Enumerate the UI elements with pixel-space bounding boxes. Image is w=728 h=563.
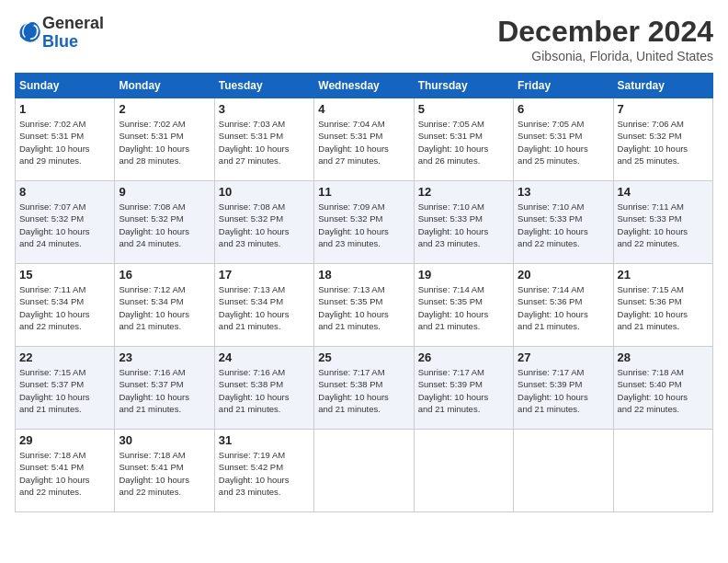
day-info: Sunrise: 7:11 AM Sunset: 5:34 PM Dayligh… — [19, 283, 110, 332]
day-cell: 24Sunrise: 7:16 AM Sunset: 5:38 PM Dayli… — [214, 347, 313, 430]
day-info: Sunrise: 7:04 AM Sunset: 5:31 PM Dayligh… — [318, 118, 409, 167]
day-info: Sunrise: 7:16 AM Sunset: 5:37 PM Dayligh… — [119, 366, 210, 415]
day-cell: 30Sunrise: 7:18 AM Sunset: 5:41 PM Dayli… — [115, 430, 214, 512]
day-cell: 6Sunrise: 7:05 AM Sunset: 5:31 PM Daylig… — [514, 98, 613, 181]
day-number: 20 — [518, 268, 609, 282]
title-block: December 2024 Gibsonia, Florida, United … — [497, 15, 713, 63]
day-info: Sunrise: 7:05 AM Sunset: 5:31 PM Dayligh… — [518, 118, 609, 167]
day-number: 7 — [618, 102, 709, 116]
day-info: Sunrise: 7:03 AM Sunset: 5:31 PM Dayligh… — [219, 118, 310, 167]
day-cell — [314, 430, 414, 512]
day-cell: 20Sunrise: 7:14 AM Sunset: 5:36 PM Dayli… — [514, 264, 613, 347]
day-info: Sunrise: 7:06 AM Sunset: 5:32 PM Dayligh… — [618, 118, 709, 167]
week-row-4: 22Sunrise: 7:15 AM Sunset: 5:37 PM Dayli… — [16, 347, 713, 430]
weekday-header-row: SundayMondayTuesdayWednesdayThursdayFrid… — [16, 74, 713, 98]
day-number: 8 — [19, 185, 110, 199]
weekday-monday: Monday — [115, 74, 214, 98]
day-info: Sunrise: 7:08 AM Sunset: 5:32 PM Dayligh… — [119, 201, 210, 249]
weekday-tuesday: Tuesday — [214, 74, 313, 98]
calendar-body: 1Sunrise: 7:02 AM Sunset: 5:31 PM Daylig… — [16, 98, 713, 512]
day-cell: 3Sunrise: 7:03 AM Sunset: 5:31 PM Daylig… — [214, 98, 313, 181]
day-info: Sunrise: 7:05 AM Sunset: 5:31 PM Dayligh… — [418, 118, 509, 167]
day-number: 24 — [219, 350, 310, 364]
day-cell: 5Sunrise: 7:05 AM Sunset: 5:31 PM Daylig… — [414, 98, 513, 181]
day-info: Sunrise: 7:02 AM Sunset: 5:31 PM Dayligh… — [19, 118, 110, 167]
day-cell: 13Sunrise: 7:10 AM Sunset: 5:33 PM Dayli… — [514, 181, 613, 264]
day-number: 27 — [518, 350, 609, 364]
weekday-thursday: Thursday — [414, 74, 513, 98]
logo-icon — [17, 18, 42, 44]
day-cell: 31Sunrise: 7:19 AM Sunset: 5:42 PM Dayli… — [214, 430, 313, 512]
day-cell: 14Sunrise: 7:11 AM Sunset: 5:33 PM Dayli… — [613, 181, 712, 264]
day-cell — [414, 430, 513, 512]
day-cell: 11Sunrise: 7:09 AM Sunset: 5:32 PM Dayli… — [314, 181, 414, 264]
day-number: 18 — [318, 268, 409, 282]
location: Gibsonia, Florida, United States — [497, 49, 713, 63]
week-row-3: 15Sunrise: 7:11 AM Sunset: 5:34 PM Dayli… — [16, 264, 713, 347]
day-info: Sunrise: 7:07 AM Sunset: 5:32 PM Dayligh… — [19, 201, 110, 249]
day-info: Sunrise: 7:17 AM Sunset: 5:39 PM Dayligh… — [418, 366, 509, 415]
day-cell: 18Sunrise: 7:13 AM Sunset: 5:35 PM Dayli… — [314, 264, 414, 347]
day-cell: 25Sunrise: 7:17 AM Sunset: 5:38 PM Dayli… — [314, 347, 414, 430]
day-number: 6 — [518, 102, 609, 116]
day-info: Sunrise: 7:16 AM Sunset: 5:38 PM Dayligh… — [219, 366, 310, 415]
day-number: 22 — [19, 350, 110, 364]
day-info: Sunrise: 7:18 AM Sunset: 5:40 PM Dayligh… — [618, 366, 709, 415]
day-info: Sunrise: 7:10 AM Sunset: 5:33 PM Dayligh… — [418, 201, 509, 249]
day-cell: 17Sunrise: 7:13 AM Sunset: 5:34 PM Dayli… — [214, 264, 313, 347]
day-cell: 2Sunrise: 7:02 AM Sunset: 5:31 PM Daylig… — [115, 98, 214, 181]
day-cell: 26Sunrise: 7:17 AM Sunset: 5:39 PM Dayli… — [414, 347, 513, 430]
day-number: 19 — [418, 268, 509, 282]
day-info: Sunrise: 7:19 AM Sunset: 5:42 PM Dayligh… — [219, 449, 310, 498]
day-info: Sunrise: 7:13 AM Sunset: 5:35 PM Dayligh… — [318, 283, 409, 332]
day-number: 28 — [618, 350, 709, 364]
weekday-friday: Friday — [514, 74, 613, 98]
calendar-table: SundayMondayTuesdayWednesdayThursdayFrid… — [15, 73, 713, 512]
day-number: 1 — [19, 102, 110, 116]
day-cell: 9Sunrise: 7:08 AM Sunset: 5:32 PM Daylig… — [115, 181, 214, 264]
day-cell: 1Sunrise: 7:02 AM Sunset: 5:31 PM Daylig… — [16, 98, 115, 181]
day-info: Sunrise: 7:11 AM Sunset: 5:33 PM Dayligh… — [618, 201, 709, 249]
day-cell: 29Sunrise: 7:18 AM Sunset: 5:41 PM Dayli… — [16, 430, 115, 512]
day-number: 13 — [518, 185, 609, 199]
week-row-2: 8Sunrise: 7:07 AM Sunset: 5:32 PM Daylig… — [16, 181, 713, 264]
day-info: Sunrise: 7:17 AM Sunset: 5:38 PM Dayligh… — [318, 366, 409, 415]
day-info: Sunrise: 7:18 AM Sunset: 5:41 PM Dayligh… — [119, 449, 210, 498]
day-number: 2 — [119, 102, 210, 116]
day-number: 9 — [119, 185, 210, 199]
day-cell: 28Sunrise: 7:18 AM Sunset: 5:40 PM Dayli… — [613, 347, 712, 430]
day-info: Sunrise: 7:14 AM Sunset: 5:36 PM Dayligh… — [518, 283, 609, 332]
day-cell — [514, 430, 613, 512]
day-info: Sunrise: 7:18 AM Sunset: 5:41 PM Dayligh… — [19, 449, 110, 498]
day-cell: 4Sunrise: 7:04 AM Sunset: 5:31 PM Daylig… — [314, 98, 414, 181]
logo-text: General Blue — [42, 15, 104, 52]
day-info: Sunrise: 7:17 AM Sunset: 5:39 PM Dayligh… — [518, 366, 609, 415]
day-number: 16 — [119, 268, 210, 282]
day-number: 26 — [418, 350, 509, 364]
weekday-wednesday: Wednesday — [314, 74, 414, 98]
day-cell: 15Sunrise: 7:11 AM Sunset: 5:34 PM Dayli… — [16, 264, 115, 347]
day-info: Sunrise: 7:10 AM Sunset: 5:33 PM Dayligh… — [518, 201, 609, 249]
week-row-5: 29Sunrise: 7:18 AM Sunset: 5:41 PM Dayli… — [16, 430, 713, 512]
day-cell: 22Sunrise: 7:15 AM Sunset: 5:37 PM Dayli… — [16, 347, 115, 430]
day-number: 11 — [318, 185, 409, 199]
day-number: 10 — [219, 185, 310, 199]
day-info: Sunrise: 7:12 AM Sunset: 5:34 PM Dayligh… — [119, 283, 210, 332]
day-number: 25 — [318, 350, 409, 364]
month-title: December 2024 — [497, 15, 713, 49]
day-number: 5 — [418, 102, 509, 116]
week-row-1: 1Sunrise: 7:02 AM Sunset: 5:31 PM Daylig… — [16, 98, 713, 181]
day-cell: 8Sunrise: 7:07 AM Sunset: 5:32 PM Daylig… — [16, 181, 115, 264]
day-number: 21 — [618, 268, 709, 282]
day-info: Sunrise: 7:13 AM Sunset: 5:34 PM Dayligh… — [219, 283, 310, 332]
day-number: 4 — [318, 102, 409, 116]
day-number: 3 — [219, 102, 310, 116]
day-info: Sunrise: 7:15 AM Sunset: 5:37 PM Dayligh… — [19, 366, 110, 415]
day-cell: 16Sunrise: 7:12 AM Sunset: 5:34 PM Dayli… — [115, 264, 214, 347]
day-info: Sunrise: 7:09 AM Sunset: 5:32 PM Dayligh… — [318, 201, 409, 249]
day-cell — [613, 430, 712, 512]
day-number: 31 — [219, 433, 310, 447]
day-number: 14 — [618, 185, 709, 199]
day-number: 17 — [219, 268, 310, 282]
page-header: General Blue December 2024 Gibsonia, Flo… — [15, 15, 713, 63]
